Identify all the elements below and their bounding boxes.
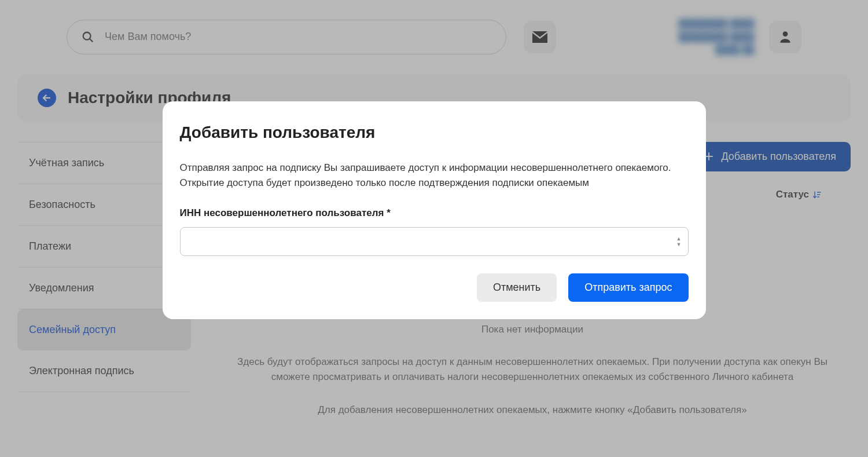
number-stepper[interactable]: ▲ ▼ <box>676 236 682 247</box>
stepper-down-icon[interactable]: ▼ <box>676 242 682 247</box>
modal-title: Добавить пользователя <box>180 123 689 142</box>
stepper-up-icon[interactable]: ▲ <box>676 236 682 242</box>
modal-description: Отправляя запрос на подписку Вы запрашив… <box>180 160 689 190</box>
modal-overlay: Добавить пользователя Отправляя запрос н… <box>0 0 868 457</box>
add-user-modal: Добавить пользователя Отправляя запрос н… <box>163 101 706 319</box>
cancel-button[interactable]: Отменить <box>477 273 557 302</box>
inn-label: ИНН несовершеннолетнего пользователя * <box>180 207 689 219</box>
submit-button[interactable]: Отправить запрос <box>568 273 688 302</box>
inn-input[interactable] <box>180 227 689 256</box>
